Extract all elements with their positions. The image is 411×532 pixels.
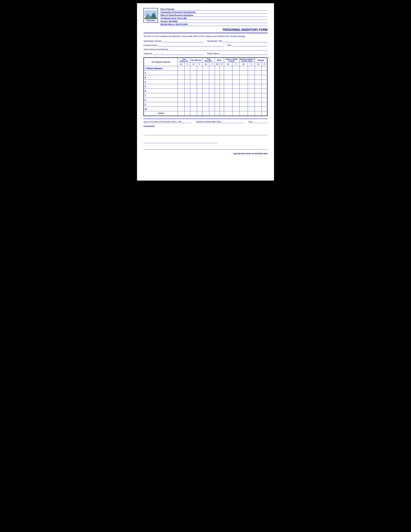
row-7-cell-7[interactable] <box>215 93 220 98</box>
row-10-cell-5[interactable] <box>202 107 209 111</box>
row-5-cell-5[interactable] <box>202 84 209 89</box>
row-5-cell-10[interactable] <box>233 84 239 89</box>
row-5-cell-9[interactable] <box>224 84 233 89</box>
row-1-cell-5[interactable] <box>202 66 209 71</box>
row-6-cell-6[interactable] <box>209 89 215 93</box>
row-2-cell-11[interactable] <box>239 71 248 75</box>
totals-cell-12[interactable] <box>248 111 255 116</box>
row-2-cell-9[interactable] <box>224 71 233 75</box>
row-8-cell-14[interactable] <box>262 98 267 102</box>
row-6-cell-7[interactable] <box>215 89 220 93</box>
totals-cell-13[interactable] <box>255 111 262 116</box>
row-2-cell-1[interactable] <box>178 71 185 75</box>
row-8-cell-11[interactable] <box>239 98 248 102</box>
row-3-cell-11[interactable] <box>239 75 248 80</box>
row-3-cell-5[interactable] <box>202 75 209 80</box>
row-2-cell-4[interactable] <box>197 71 202 75</box>
row-2-cell-8[interactable] <box>220 71 224 75</box>
row-3-cell-1[interactable] <box>178 75 185 80</box>
row-10-cell-3[interactable] <box>190 107 197 111</box>
row-4-cell-4[interactable] <box>197 80 202 84</box>
row-4-cell-11[interactable] <box>239 80 248 84</box>
row-1-cell-9[interactable] <box>224 66 233 71</box>
company-name-input[interactable] <box>158 44 224 47</box>
row-8-cell-4[interactable] <box>197 98 202 102</box>
row-10-cell-14[interactable] <box>262 107 267 111</box>
row-5-cell-14[interactable] <box>262 84 267 89</box>
totals-cell-11[interactable] <box>239 111 248 116</box>
row-7-cell-6[interactable] <box>209 93 215 98</box>
row-7-cell-2[interactable] <box>185 93 190 98</box>
row-10-cell-9[interactable] <box>224 107 233 111</box>
row-7-cell-8[interactable] <box>220 93 224 98</box>
row-8-cell-3[interactable] <box>190 98 197 102</box>
row-4-cell-2[interactable] <box>185 80 190 84</box>
row-7-cell-13[interactable] <box>255 93 262 98</box>
address-input[interactable] <box>169 48 268 51</box>
row-7-cell-1[interactable] <box>178 93 185 98</box>
row-7-cell-9[interactable] <box>224 93 233 98</box>
row-7-cell-4[interactable] <box>197 93 202 98</box>
row-8-cell-2[interactable] <box>185 98 190 102</box>
totals-cell-7[interactable] <box>215 111 220 116</box>
row-7-cell-3[interactable] <box>190 93 197 98</box>
totals-cell-2[interactable] <box>185 111 190 116</box>
row-5-cell-11[interactable] <box>239 84 248 89</box>
row-10-cell-7[interactable] <box>215 107 220 111</box>
row-5-cell-13[interactable] <box>255 84 262 89</box>
row-4-cell-7[interactable] <box>215 80 220 84</box>
row-2-cell-14[interactable] <box>262 71 267 75</box>
row-10-cell-8[interactable] <box>220 107 224 111</box>
row-6-cell-12[interactable] <box>248 89 255 93</box>
row-9-cell-10[interactable] <box>233 102 239 107</box>
spec-number-input[interactable] <box>162 40 204 42</box>
row-3-cell-13[interactable] <box>255 75 262 80</box>
row-7-cell-11[interactable] <box>239 93 248 98</box>
row-1-cell-12[interactable] <box>248 66 255 71</box>
row-3-cell-12[interactable] <box>248 75 255 80</box>
totals-cell-14[interactable] <box>262 111 267 116</box>
row-6-cell-10[interactable] <box>233 89 239 93</box>
row-8-cell-7[interactable] <box>215 98 220 102</box>
row-6-cell-9[interactable] <box>224 89 233 93</box>
row-2-cell-6[interactable] <box>209 71 215 75</box>
row-5-cell-3[interactable] <box>190 84 197 89</box>
row-5-cell-12[interactable] <box>248 84 255 89</box>
row-10-cell-4[interactable] <box>197 107 202 111</box>
row-6-cell-4[interactable] <box>197 89 202 93</box>
row-1-cell-3[interactable] <box>190 66 197 71</box>
row-4-cell-14[interactable] <box>262 80 267 84</box>
row-9-cell-7[interactable] <box>215 102 220 107</box>
row-4-cell-5[interactable] <box>202 80 209 84</box>
row-4-cell-6[interactable] <box>209 80 215 84</box>
row-10-cell-12[interactable] <box>248 107 255 111</box>
row-5-cell-8[interactable] <box>220 84 224 89</box>
row-2-cell-5[interactable] <box>202 71 209 75</box>
row-8-cell-6[interactable] <box>209 98 215 102</box>
totals-cell-4[interactable] <box>197 111 202 116</box>
row-8-cell-13[interactable] <box>255 98 262 102</box>
row-9-cell-5[interactable] <box>202 102 209 107</box>
row-8-cell-5[interactable] <box>202 98 209 102</box>
row-8-cell-9[interactable] <box>224 98 233 102</box>
row-6-cell-11[interactable] <box>239 89 248 93</box>
row-3-cell-4[interactable] <box>197 75 202 80</box>
row-9-cell-12[interactable] <box>248 102 255 107</box>
row-6-cell-5[interactable] <box>202 89 209 93</box>
row-5-cell-4[interactable] <box>197 84 202 89</box>
row-4-cell-3[interactable] <box>190 80 197 84</box>
totals-cell-5[interactable] <box>202 111 209 116</box>
row-6-cell-8[interactable] <box>220 89 224 93</box>
row-1-cell-2[interactable] <box>185 66 190 71</box>
row-10-cell-6[interactable] <box>209 107 215 111</box>
row-3-cell-9[interactable] <box>224 75 233 80</box>
row-8-cell-12[interactable] <box>248 98 255 102</box>
row-2-cell-3[interactable] <box>190 71 197 75</box>
row-3-cell-8[interactable] <box>220 75 224 80</box>
row-1-cell-10[interactable] <box>233 66 239 71</box>
row-1-cell-1[interactable] <box>178 66 185 71</box>
row-9-cell-9[interactable] <box>224 102 233 107</box>
totals-cell-6[interactable] <box>209 111 215 116</box>
row-9-cell-3[interactable] <box>190 102 197 107</box>
row-3-cell-7[interactable] <box>215 75 220 80</box>
